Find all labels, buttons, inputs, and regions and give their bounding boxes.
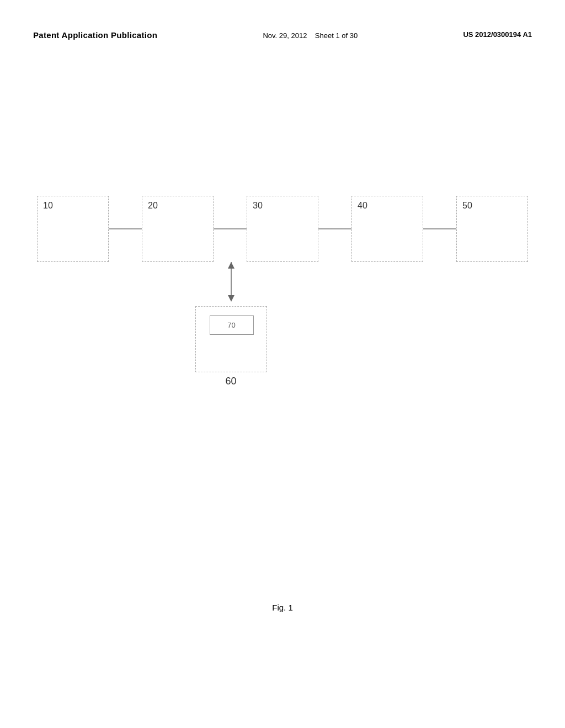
page-header: Patent Application Publication Nov. 29, … — [0, 30, 565, 42]
box-70-label: 70 — [227, 321, 235, 329]
box-70: 70 — [210, 315, 254, 335]
svg-marker-2 — [228, 262, 234, 269]
publication-title: Patent Application Publication — [33, 30, 157, 40]
connector-30-40 — [318, 228, 351, 229]
box-60: 70 — [195, 306, 267, 372]
box-50-label: 50 — [462, 201, 472, 211]
v-arrow-section: 70 60 — [195, 262, 267, 387]
patent-number: US 2012/0300194 A1 — [463, 30, 532, 39]
box-50: 50 — [456, 196, 528, 262]
box-40: 40 — [351, 196, 423, 262]
box-30-label: 30 — [253, 201, 263, 211]
box-10: 10 — [37, 196, 109, 262]
box-10-label: 10 — [43, 201, 53, 211]
connector-40-50 — [423, 228, 456, 229]
svg-marker-1 — [228, 295, 234, 302]
box-20: 20 — [142, 196, 214, 262]
figure-label: Fig. 1 — [272, 603, 293, 612]
publication-date: Nov. 29, 2012 Sheet 1 of 30 — [263, 30, 358, 42]
page: Patent Application Publication Nov. 29, … — [0, 0, 565, 728]
box-20-label: 20 — [148, 201, 158, 211]
bottom-section: 70 60 — [39, 262, 526, 387]
box-30: 30 — [247, 196, 318, 262]
header-left: Patent Application Publication — [33, 30, 157, 40]
bidirectional-arrow — [225, 262, 238, 306]
diagram: 10 20 30 40 50 — [39, 196, 526, 387]
connector-10-20 — [109, 228, 142, 229]
header-center: Nov. 29, 2012 Sheet 1 of 30 — [263, 30, 358, 42]
box-60-label: 60 — [225, 376, 236, 387]
connector-20-30 — [214, 228, 247, 229]
box-40-label: 40 — [358, 201, 367, 211]
top-boxes-row: 10 20 30 40 50 — [39, 196, 526, 262]
